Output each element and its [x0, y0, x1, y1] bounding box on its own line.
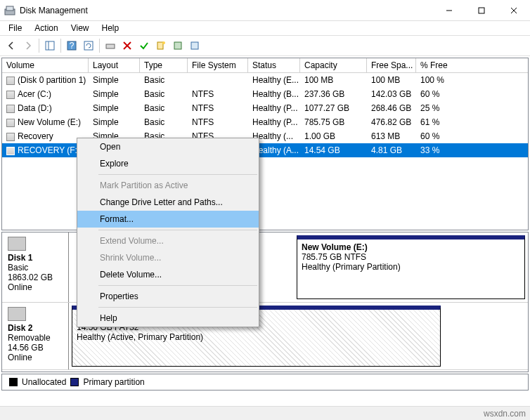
- disk-label[interactable]: Disk 2 Removable 14.56 GB Online: [2, 303, 69, 369]
- window-title: Disk Management: [20, 6, 433, 15]
- cell-status: Healthy (E...: [248, 73, 300, 87]
- cell-capacity: 14.54 GB: [300, 143, 367, 157]
- cell-pfree: 33 %: [416, 143, 478, 157]
- swatch-unallocated: [9, 378, 18, 386]
- cell-free: 613 MB: [367, 129, 416, 143]
- back-button[interactable]: [3, 37, 20, 54]
- cell-type: Basic: [140, 115, 188, 129]
- cell-fs: [188, 73, 248, 87]
- svg-rect-17: [191, 42, 198, 49]
- cell-pfree: 100 %: [416, 73, 478, 87]
- cell-free: 100 MB: [367, 73, 416, 87]
- cell-fs: NTFS: [188, 101, 248, 115]
- cell-status: Healthy (P...: [248, 101, 300, 115]
- show-hide-tree-icon[interactable]: [41, 37, 58, 54]
- col-capacity[interactable]: Capacity: [300, 58, 367, 72]
- menu-item-delete-volume[interactable]: Delete Volume...: [77, 266, 259, 283]
- cell-pfree: 61 %: [416, 115, 478, 129]
- cell-volume: Recovery: [2, 129, 89, 143]
- cell-free: 476.82 GB: [367, 115, 416, 129]
- disk-type: Basic: [8, 263, 28, 273]
- disk-label[interactable]: Disk 1 Basic 1863.02 GB Online: [2, 232, 69, 302]
- col-free[interactable]: Free Spa...: [367, 58, 416, 72]
- menu-help[interactable]: Help: [96, 22, 125, 34]
- cell-status: Healthy (P...: [248, 115, 300, 129]
- cell-fs: NTFS: [188, 115, 248, 129]
- drive-icon[interactable]: [102, 37, 119, 54]
- col-volume[interactable]: Volume: [2, 58, 89, 72]
- menu-action[interactable]: Action: [29, 22, 63, 34]
- swatch-primary: [70, 378, 79, 386]
- menu-item-shrink-volume: Shrink Volume...: [77, 249, 259, 266]
- volume-row[interactable]: (Disk 0 partition 1)SimpleBasicHealthy (…: [2, 73, 528, 87]
- disk-size: 1863.02 GB: [8, 273, 53, 282]
- refresh-icon[interactable]: [80, 37, 97, 54]
- forward-button[interactable]: [20, 37, 37, 54]
- properties-icon[interactable]: [169, 37, 186, 54]
- toolbar: ?: [0, 35, 530, 56]
- titlebar: Disk Management: [0, 0, 530, 21]
- menu-item-mark-partition-as-active: Mark Partition as Active: [77, 177, 259, 194]
- part-title: New Volume (E:): [302, 242, 368, 252]
- menu-separator: [98, 285, 257, 286]
- status-text: wsxdn.com: [484, 409, 526, 419]
- volume-row[interactable]: Acer (C:)SimpleBasicNTFSHealthy (B...237…: [2, 87, 528, 101]
- cell-type: Basic: [140, 87, 188, 101]
- svg-rect-1: [6, 6, 13, 11]
- menu-item-properties[interactable]: Properties: [77, 288, 259, 305]
- settings-icon[interactable]: [186, 37, 203, 54]
- cell-pfree: 25 %: [416, 101, 478, 115]
- volume-row[interactable]: New Volume (E:)SimpleBasicNTFSHealthy (P…: [2, 115, 528, 129]
- legend-primary: Primary partition: [83, 377, 144, 387]
- cell-capacity: 1077.27 GB: [300, 101, 367, 115]
- disk-state: Online: [8, 282, 32, 292]
- minimize-button[interactable]: [433, 0, 465, 20]
- col-status[interactable]: Status: [248, 58, 300, 72]
- volume-row[interactable]: Data (D:)SimpleBasicNTFSHealthy (P...107…: [2, 101, 528, 115]
- cell-layout: Simple: [89, 87, 140, 101]
- cell-volume: RECOVERY (F:): [2, 143, 89, 157]
- new-icon[interactable]: [153, 37, 169, 54]
- help-icon[interactable]: ?: [63, 37, 80, 54]
- list-header: Volume Layout Type File System Status Ca…: [2, 58, 528, 73]
- svg-rect-3: [479, 8, 484, 13]
- check-icon[interactable]: [136, 37, 153, 54]
- menu-separator: [98, 230, 257, 230]
- legend: Unallocated Primary partition: [1, 374, 529, 391]
- menu-separator: [98, 174, 257, 175]
- menu-item-open[interactable]: Open: [77, 138, 259, 155]
- maximize-button[interactable]: [465, 0, 498, 20]
- col-layout[interactable]: Layout: [89, 58, 140, 72]
- menu-file[interactable]: File: [3, 22, 27, 34]
- cell-volume: Data (D:): [2, 101, 89, 115]
- legend-unallocated: Unallocated: [22, 377, 66, 387]
- cell-type: Basic: [140, 73, 188, 87]
- part-size: 785.75 GB NTFS: [302, 252, 366, 262]
- menu-item-explore[interactable]: Explore: [77, 155, 259, 172]
- disk-drive-icon: [8, 237, 26, 251]
- svg-rect-16: [174, 42, 181, 49]
- partition[interactable]: New Volume (E:) 785.75 GB NTFS Healthy (…: [297, 235, 525, 299]
- close-button[interactable]: [498, 0, 530, 20]
- svg-point-15: [162, 41, 165, 44]
- cell-status: Healthy (B...: [248, 87, 300, 101]
- disk-size: 14.56 GB: [8, 343, 44, 353]
- col-filesystem[interactable]: File System: [188, 58, 248, 72]
- cell-free: 142.03 GB: [367, 87, 416, 101]
- cell-type: Basic: [140, 101, 188, 115]
- menu-item-format[interactable]: Format...: [77, 211, 259, 228]
- menu-view[interactable]: View: [65, 22, 95, 34]
- part-status: Healthy (Active, Primary Partition): [77, 332, 203, 342]
- delete-icon[interactable]: [119, 37, 136, 54]
- context-menu: OpenExploreMark Partition as ActiveChang…: [77, 138, 259, 327]
- cell-capacity: 100 MB: [300, 73, 367, 87]
- svg-text:?: ?: [70, 41, 75, 51]
- svg-rect-14: [157, 42, 163, 49]
- cell-volume: Acer (C:): [2, 87, 89, 101]
- col-pfree[interactable]: % Free: [416, 58, 478, 72]
- col-type[interactable]: Type: [140, 58, 188, 72]
- menu-item-help[interactable]: Help: [77, 310, 259, 327]
- disk-drive-icon: [8, 307, 26, 321]
- menu-item-change-drive-letter-and-paths[interactable]: Change Drive Letter and Paths...: [77, 194, 259, 211]
- cell-free: 4.81 GB: [367, 143, 416, 157]
